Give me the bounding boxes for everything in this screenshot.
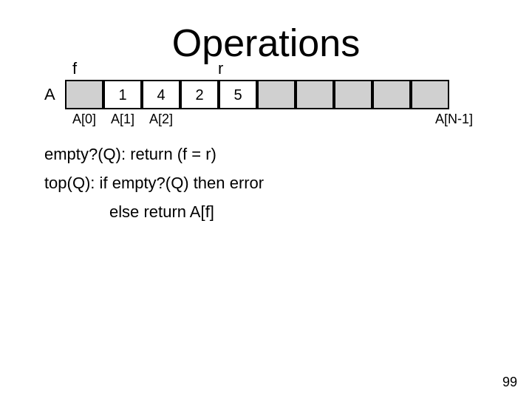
page-title: Operations: [0, 21, 532, 65]
cell-0: [65, 80, 103, 109]
array-name-label: A: [44, 85, 59, 104]
array-cells: 1 4 2 5: [65, 80, 449, 109]
array-section: f r A 1 4 2 5 A[0] A[1] A[2]: [44, 80, 532, 127]
op2-text-line2: else return A[f]: [109, 202, 214, 221]
index-label-2: A[2]: [142, 112, 180, 127]
pointer-r-label: r: [218, 59, 223, 78]
pointer-f-label: f: [72, 59, 77, 78]
op2-text-line1: if empty?(Q) then error: [95, 174, 264, 192]
op2-label: top(Q):: [44, 174, 95, 192]
cell-3: 2: [180, 80, 219, 109]
index-label-1: A[1]: [103, 112, 142, 127]
page-number: 99: [502, 375, 517, 390]
cell-2: 4: [142, 80, 180, 109]
cell-7: [334, 80, 372, 109]
operations-text: empty?(Q): return (f = r) top(Q): if emp…: [44, 143, 532, 223]
op1-line: empty?(Q): return (f = r): [44, 143, 532, 166]
op1-label: empty?(Q):: [44, 145, 126, 163]
index-label-0: A[0]: [65, 112, 103, 127]
cell-6: [296, 80, 334, 109]
cell-1: 1: [103, 80, 142, 109]
array-row: A 1 4 2 5: [44, 80, 449, 109]
index-label-n: A[N-1]: [435, 112, 473, 127]
cell-5: [257, 80, 296, 109]
op2-line2: else return A[f]: [109, 201, 532, 224]
op1-text: return (f = r): [126, 145, 216, 163]
cell-9: [411, 80, 449, 109]
cell-8: [372, 80, 411, 109]
op2-line1: top(Q): if empty?(Q) then error: [44, 172, 532, 195]
cell-4: 5: [219, 80, 257, 109]
index-labels-row: A[0] A[1] A[2] A[N-1]: [65, 112, 473, 127]
